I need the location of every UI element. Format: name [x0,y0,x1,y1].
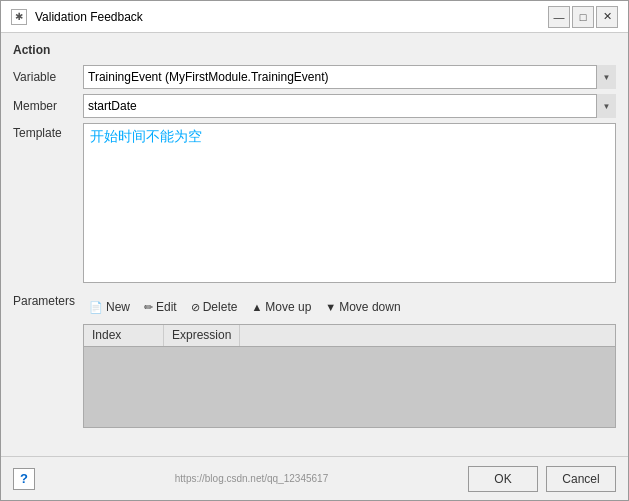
edit-label: Edit [156,300,177,314]
move-up-icon: ▲ [251,301,262,313]
title-bar: ✱ Validation Feedback — □ ✕ [1,1,628,33]
move-down-button[interactable]: ▼ Move down [319,296,406,318]
parameters-label: Parameters [13,294,83,308]
help-button[interactable]: ? [13,468,35,490]
main-content: Action Variable TrainingEvent (MyFirstMo… [1,33,628,456]
variable-row: Variable TrainingEvent (MyFirstModule.Tr… [13,65,616,89]
ok-button[interactable]: OK [468,466,538,492]
title-bar-left: ✱ Validation Feedback [11,9,143,25]
minimize-button[interactable]: — [548,6,570,28]
edit-button[interactable]: ✏ Edit [138,296,183,318]
col-expression-header: Expression [164,325,240,346]
parameters-row: Parameters 📄 New ✏ Edit ⊘ [13,294,616,428]
parameters-toolbar: 📄 New ✏ Edit ⊘ Delete ▲ [83,294,616,320]
member-select-wrapper: startDate ▼ [83,94,616,118]
table-body [84,347,615,427]
move-up-label: Move up [265,300,311,314]
variable-label: Variable [13,70,83,84]
bottom-right: OK Cancel [468,466,616,492]
new-icon: 📄 [89,301,103,314]
maximize-button[interactable]: □ [572,6,594,28]
member-control: startDate ▼ [83,94,616,118]
move-down-icon: ▼ [325,301,336,313]
delete-icon: ⊘ [191,301,200,314]
edit-icon: ✏ [144,301,153,314]
template-content: 开始时间不能为空 [90,128,202,144]
delete-button[interactable]: ⊘ Delete [185,296,244,318]
move-up-button[interactable]: ▲ Move up [245,296,317,318]
variable-select-wrapper: TrainingEvent (MyFirstModule.TrainingEve… [83,65,616,89]
dialog-icon: ✱ [11,9,27,25]
member-label: Member [13,99,83,113]
action-section-label: Action [13,43,616,57]
template-label: Template [13,123,83,140]
parameters-table: Index Expression [83,324,616,428]
parameters-control: 📄 New ✏ Edit ⊘ Delete ▲ [83,294,616,428]
dialog-window: ✱ Validation Feedback — □ ✕ Action Varia… [0,0,629,501]
dialog-title: Validation Feedback [35,10,143,24]
title-buttons: — □ ✕ [548,6,618,28]
table-header: Index Expression [84,325,615,347]
member-select[interactable]: startDate [83,94,616,118]
template-row: Template 开始时间不能为空 [13,123,616,283]
cancel-button[interactable]: Cancel [546,466,616,492]
move-down-label: Move down [339,300,400,314]
template-editor[interactable]: 开始时间不能为空 [83,123,616,283]
bottom-bar: ? https://blog.csdn.net/qq_12345617 OK C… [1,456,628,500]
delete-label: Delete [203,300,238,314]
close-button[interactable]: ✕ [596,6,618,28]
member-row: Member startDate ▼ [13,94,616,118]
new-button[interactable]: 📄 New [83,296,136,318]
variable-control: TrainingEvent (MyFirstModule.TrainingEve… [83,65,616,89]
form-grid: Variable TrainingEvent (MyFirstModule.Tr… [13,65,616,428]
variable-select[interactable]: TrainingEvent (MyFirstModule.TrainingEve… [83,65,616,89]
template-control: 开始时间不能为空 [83,123,616,283]
watermark: https://blog.csdn.net/qq_12345617 [175,473,328,484]
bottom-left: ? [13,468,35,490]
col-index-header: Index [84,325,164,346]
new-label: New [106,300,130,314]
